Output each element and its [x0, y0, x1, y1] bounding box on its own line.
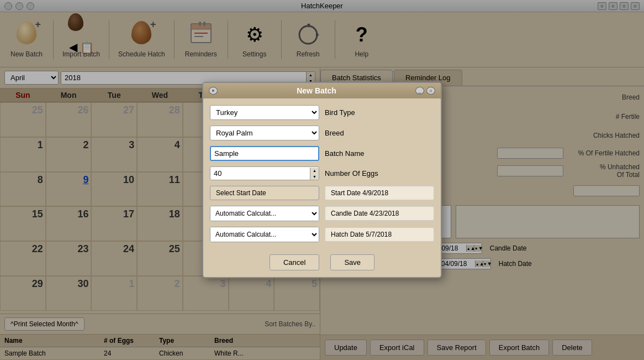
modal-cancel-button[interactable]: Cancel: [270, 254, 319, 270]
batch-name-input[interactable]: [210, 146, 319, 161]
num-eggs-down-btn[interactable]: [310, 174, 319, 180]
breed-label-field: Breed: [325, 129, 434, 137]
hatch-date-display: Hatch Date 5/7/2018: [325, 227, 434, 242]
start-date-display-field: Start Date 4/9/2018: [325, 186, 434, 200]
bird-type-label-field: Bird Type: [325, 108, 434, 117]
candle-date-display: Candle Date 4/23/2018: [325, 206, 434, 221]
start-date-btn-field: Select Start Date: [210, 186, 319, 200]
auto-hatch-field: Automatic Calculat...: [210, 227, 319, 242]
modal-maximize-btn[interactable]: ○: [426, 87, 435, 95]
new-batch-modal: × New Batch _ ○ Turkey Chicken Duck Goos…: [202, 82, 442, 278]
num-eggs-label: Number Of Eggs: [325, 169, 434, 178]
modal-footer: Cancel Save: [203, 249, 441, 277]
auto-candle-field: Automatic Calculat...: [210, 206, 319, 221]
num-eggs-field: [210, 166, 319, 180]
breed-select[interactable]: Royal Palm Bourbon Red Broad Breasted Wh…: [210, 126, 319, 140]
modal-controls-left: ×: [209, 87, 218, 95]
bird-type-field: Turkey Chicken Duck Goose Quail: [210, 105, 319, 120]
bird-type-select[interactable]: Turkey Chicken Duck Goose Quail: [210, 105, 319, 120]
batch-name-label: Batch Name: [325, 149, 434, 158]
batch-name-field-modal: [210, 146, 319, 161]
modal-minimize-btn[interactable]: _: [415, 87, 424, 95]
hatch-date-display-field: Hatch Date 5/7/2018: [325, 227, 434, 242]
select-start-date-button[interactable]: Select Start Date: [210, 186, 319, 200]
batch-name-label-field: Batch Name: [325, 149, 434, 158]
num-eggs-up-btn[interactable]: [310, 168, 319, 174]
modal-save-button[interactable]: Save: [330, 254, 374, 270]
modal-body: Turkey Chicken Duck Goose Quail Bird Typ…: [203, 98, 441, 249]
modal-titlebar: × New Batch _ ○: [203, 83, 441, 98]
num-eggs-input[interactable]: [210, 167, 310, 180]
breed-label-modal: Breed: [325, 129, 434, 137]
start-date-display: Start Date 4/9/2018: [325, 186, 434, 200]
modal-close-btn[interactable]: ×: [209, 87, 218, 95]
modal-overlay: × New Batch _ ○ Turkey Chicken Duck Goos…: [0, 0, 644, 360]
modal-title: New Batch: [297, 86, 336, 95]
breed-field-modal: Royal Palm Bourbon Red Broad Breasted Wh…: [210, 126, 319, 140]
auto-candle-select[interactable]: Automatic Calculat...: [210, 206, 319, 221]
candle-date-display-field: Candle Date 4/23/2018: [325, 206, 434, 221]
bird-type-label: Bird Type: [325, 108, 434, 117]
num-eggs-wrap: [210, 166, 319, 180]
auto-hatch-select[interactable]: Automatic Calculat...: [210, 227, 319, 242]
modal-controls-right: _ ○: [415, 87, 435, 95]
num-eggs-label-field: Number Of Eggs: [325, 169, 434, 178]
